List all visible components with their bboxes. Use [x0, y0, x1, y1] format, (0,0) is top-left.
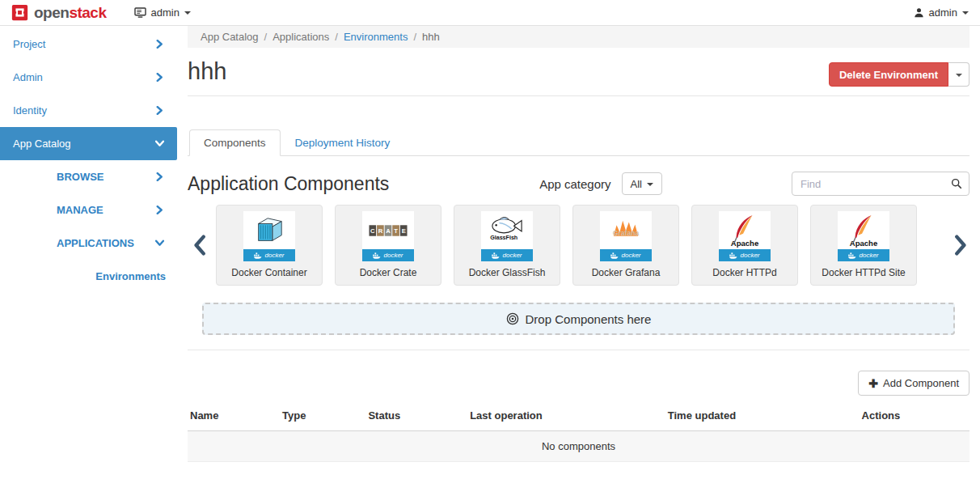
docker-whale-icon: [729, 252, 737, 259]
chevron-down-icon: [956, 74, 962, 77]
sidebar-item-app-catalog[interactable]: App Catalog: [0, 127, 177, 160]
chevron-down-icon: [962, 11, 969, 15]
sidebar-item-identity[interactable]: Identity: [0, 94, 177, 127]
sidebar-item-admin[interactable]: Admin: [0, 61, 177, 94]
col-actions: Actions: [860, 401, 969, 431]
main-content: App Catalog / Applications / Environment…: [177, 26, 980, 479]
component-card-label: Docker Crate: [360, 267, 417, 278]
delete-environment-dropdown-toggle[interactable]: [948, 62, 969, 87]
component-card-docker-container[interactable]: docker Docker Container: [216, 205, 323, 286]
component-card-docker-glassfish[interactable]: GlassFish docker Docker GlassFish: [454, 205, 560, 286]
component-card-label: Docker HTTPd Site: [822, 267, 905, 278]
svg-text:Apache: Apache: [850, 239, 877, 248]
component-card-label: Docker HTTPd: [712, 267, 776, 278]
tab-components[interactable]: Components: [189, 129, 281, 156]
breadcrumb: App Catalog / Applications / Environment…: [188, 26, 969, 48]
component-card-label: Docker Container: [231, 267, 306, 278]
sidebar-item-manage[interactable]: MANAGE: [0, 193, 177, 227]
delete-environment-button[interactable]: Delete Environment: [829, 62, 948, 87]
docker-whale-icon: [492, 252, 500, 259]
svg-text:C: C: [370, 227, 375, 234]
svg-text:GlassFish: GlassFish: [490, 235, 517, 241]
breadcrumb-environments-link[interactable]: Environments: [344, 31, 408, 43]
docker-whale-icon: [373, 252, 381, 259]
tab-deployment-history[interactable]: Deployment History: [281, 129, 405, 156]
svg-text:E: E: [402, 227, 406, 234]
svg-text:Grafana: Grafana: [613, 228, 640, 236]
docker-apache-icon: Apache: [719, 211, 771, 249]
page-title: hhh: [188, 58, 226, 85]
components-table: Name Type Status Last operation Time upd…: [188, 401, 969, 462]
svg-text:R: R: [378, 227, 383, 234]
component-card-label: Docker Grafana: [592, 267, 661, 278]
drop-components-zone[interactable]: Drop Components here: [202, 303, 955, 335]
openstack-brand[interactable]: openstack: [11, 4, 107, 22]
docker-whale-icon: [610, 252, 619, 259]
docker-container-icon: [243, 211, 295, 249]
sidebar-item-environments[interactable]: Environments: [0, 260, 177, 293]
docker-apache-icon: Apache: [838, 211, 889, 249]
col-last-operation: Last operation: [467, 401, 665, 431]
component-card-docker-crate[interactable]: C R A T E docker Docker Crate: [335, 205, 441, 286]
chevron-right-icon: [155, 106, 164, 115]
component-card-docker-httpd-site[interactable]: Apache docker Docker HTTPd Site: [810, 205, 917, 286]
openstack-logo-icon: [11, 4, 28, 21]
search-icon[interactable]: [951, 178, 962, 189]
svg-text:A: A: [386, 227, 391, 234]
application-components-heading: Application Components: [188, 173, 389, 195]
plus-icon: ✚: [868, 377, 878, 390]
chevron-right-icon: [155, 73, 164, 82]
docker-whale-icon: [848, 252, 856, 259]
app-category-label: App category: [539, 177, 610, 191]
sidebar: Project Admin Identity App Catalog BROWS…: [0, 26, 177, 479]
components-carousel: docker Docker Container: [188, 205, 969, 286]
col-name: Name: [188, 401, 280, 431]
docker-grafana-icon: Grafana: [600, 211, 652, 249]
docker-crate-icon: C R A T E: [362, 211, 414, 249]
app-category-dropdown[interactable]: All: [622, 172, 662, 195]
chevron-down-icon: [155, 239, 164, 248]
svg-text:Apache: Apache: [731, 239, 758, 248]
col-type: Type: [280, 401, 365, 431]
table-header-row: Name Type Status Last operation Time upd…: [188, 401, 969, 431]
col-status: Status: [365, 401, 467, 431]
breadcrumb-separator: /: [413, 31, 416, 43]
project-context-switcher[interactable]: admin: [134, 6, 191, 19]
carousel-prev-icon[interactable]: [192, 235, 206, 256]
docker-ribbon: docker: [600, 249, 652, 261]
screen-icon: [134, 7, 146, 18]
col-time-updated: Time updated: [665, 401, 860, 431]
docker-ribbon: docker: [838, 249, 889, 261]
sidebar-item-applications[interactable]: APPLICATIONS: [0, 227, 177, 260]
section-divider: [188, 350, 969, 350]
carousel-next-icon[interactable]: [954, 235, 968, 256]
svg-text:T: T: [394, 227, 398, 234]
docker-ribbon: docker: [719, 249, 771, 261]
chevron-right-icon: [155, 172, 164, 181]
sidebar-item-project[interactable]: Project: [0, 28, 177, 61]
target-icon: [506, 312, 519, 325]
component-card-docker-httpd[interactable]: Apache docker Docker HTTPd: [691, 205, 798, 286]
component-card-docker-grafana[interactable]: Grafana docker Docker Grafana: [572, 205, 679, 286]
breadcrumb-app-catalog: App Catalog: [201, 31, 259, 43]
component-card-list: docker Docker Container: [216, 205, 941, 286]
chevron-right-icon: [155, 40, 164, 49]
add-component-button[interactable]: ✚ Add Component: [858, 371, 969, 396]
context-project-name: admin: [151, 6, 180, 19]
docker-ribbon: docker: [362, 249, 414, 261]
breadcrumb-separator: /: [264, 31, 268, 43]
find-input[interactable]: [792, 172, 969, 196]
empty-row: No components: [188, 431, 969, 462]
empty-message: No components: [188, 431, 969, 462]
sidebar-item-browse[interactable]: BROWSE: [0, 160, 177, 193]
delete-environment-btn-group: Delete Environment: [829, 62, 969, 87]
user-icon: [914, 7, 924, 18]
brand-wordmark: openstack: [34, 4, 107, 22]
chevron-down-icon: [155, 139, 164, 148]
tab-bar: Components Deployment History: [188, 129, 969, 156]
user-menu[interactable]: admin: [914, 6, 969, 19]
component-card-label: Docker GlassFish: [469, 267, 546, 278]
find-search: [792, 172, 969, 196]
breadcrumb-applications: Applications: [272, 31, 329, 43]
top-navbar: openstack admin admin: [0, 0, 980, 26]
